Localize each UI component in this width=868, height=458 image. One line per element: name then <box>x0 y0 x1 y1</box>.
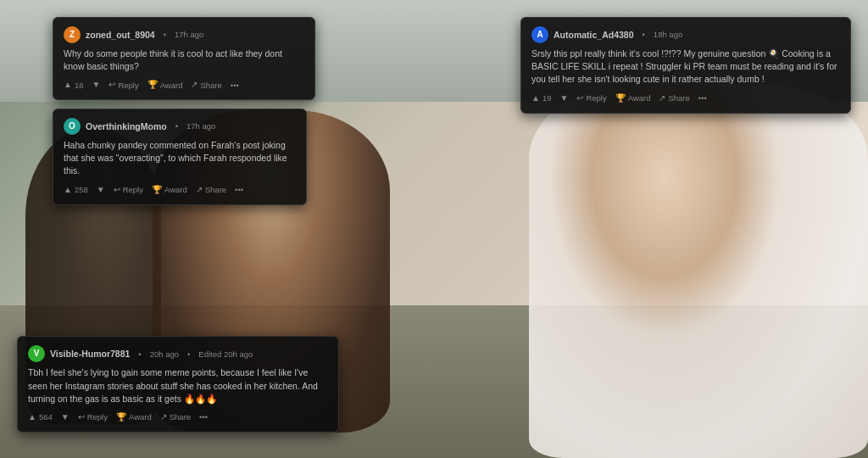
upvote-icon: ▲ <box>28 411 36 423</box>
award-action[interactable]: 🏆 Award <box>116 411 152 423</box>
share-action[interactable]: ↗ Share <box>659 92 689 104</box>
timestamp: • <box>164 29 166 40</box>
reply-action[interactable]: ↩ Reply <box>576 92 606 104</box>
upvote-count: 258 <box>75 184 88 195</box>
reply-icon: ↩ <box>114 184 120 196</box>
upvote-action[interactable]: ▲ 16 <box>64 79 83 91</box>
comment-actions: ▲ 16 ▼ ↩ Reply 🏆 Award ↗ Share ••• <box>64 79 304 91</box>
more-icon[interactable]: ••• <box>235 184 243 195</box>
comment-body: Why do some people think it is cool to a… <box>64 47 304 73</box>
downvote-icon[interactable]: ▼ <box>97 184 105 196</box>
award-label: Award <box>164 184 187 195</box>
reply-icon: ↩ <box>576 92 583 104</box>
comment-body: Srsly this ppl really think it's cool !?… <box>531 47 840 87</box>
timestamp-value: 20h ago <box>150 349 179 360</box>
share-action[interactable]: ↗ Share <box>191 79 221 91</box>
timestamp: • <box>175 120 178 131</box>
share-label: Share <box>668 92 689 103</box>
avatar: Z <box>64 26 81 43</box>
reply-label: Reply <box>87 411 108 422</box>
award-label: Award <box>129 411 152 422</box>
avatar: O <box>64 118 81 135</box>
more-icon[interactable]: ••• <box>231 80 239 91</box>
award-action[interactable]: 🏆 Award <box>615 92 651 104</box>
upvote-icon: ▲ <box>64 184 72 196</box>
reply-label: Reply <box>118 80 138 91</box>
reply-action[interactable]: ↩ Reply <box>108 79 138 91</box>
comment-actions: ▲ 258 ▼ ↩ Reply 🏆 Award ↗ Share ••• <box>64 184 296 196</box>
more-icon[interactable]: ••• <box>199 411 208 422</box>
edited-label: • <box>187 349 190 360</box>
award-icon: 🏆 <box>116 411 126 423</box>
timestamp-value: 17h ago <box>175 29 203 40</box>
share-icon: ↗ <box>659 92 665 104</box>
timestamp-value: 18h ago <box>654 29 682 40</box>
upvote-count: 16 <box>75 80 84 91</box>
comment-body: Haha chunky pandey commented on Farah's … <box>64 139 296 178</box>
share-label: Share <box>205 184 226 195</box>
username: Automatic_Ad4380 <box>554 29 634 42</box>
more-icon[interactable]: ••• <box>698 92 707 103</box>
upvote-count: 19 <box>542 92 552 103</box>
reply-action[interactable]: ↩ Reply <box>78 411 108 423</box>
award-action[interactable]: 🏆 Award <box>147 79 183 91</box>
timestamp: • <box>138 349 141 360</box>
upvote-count: 564 <box>39 411 53 422</box>
share-label: Share <box>200 80 221 91</box>
award-label: Award <box>160 80 183 91</box>
award-icon: 🏆 <box>615 92 626 104</box>
username: zoned_out_8904 <box>86 29 155 42</box>
upvote-action[interactable]: ▲ 19 <box>531 92 551 104</box>
comment-actions: ▲ 564 ▼ ↩ Reply 🏆 Award ↗ Share ••• <box>28 411 328 423</box>
timestamp: • <box>643 29 645 40</box>
comment-actions: ▲ 19 ▼ ↩ Reply 🏆 Award ↗ Share ••• <box>531 92 840 104</box>
upvote-action[interactable]: ▲ 258 <box>64 184 88 196</box>
reply-label: Reply <box>586 92 606 103</box>
reply-action[interactable]: ↩ Reply <box>114 184 143 196</box>
downvote-icon[interactable]: ▼ <box>61 411 70 423</box>
avatar: V <box>28 345 45 362</box>
comment-card-bottom-left: V Visible-Humor7881 • 20h ago • Edited 2… <box>17 336 339 433</box>
award-icon: 🏆 <box>152 184 162 196</box>
username: OverthinkingMomo <box>86 120 167 133</box>
comment-body: Tbh I feel she's lying to gain some meme… <box>28 366 328 405</box>
share-action[interactable]: ↗ Share <box>160 411 191 423</box>
reply-icon: ↩ <box>78 411 85 423</box>
award-label: Award <box>628 92 651 103</box>
share-icon: ↗ <box>160 411 167 423</box>
downvote-icon[interactable]: ▼ <box>559 92 568 104</box>
reply-icon: ↩ <box>108 79 115 91</box>
share-label: Share <box>170 411 191 422</box>
upvote-action[interactable]: ▲ 564 <box>28 411 53 423</box>
timestamp-value: 17h ago <box>186 120 215 131</box>
comment-header: Z zoned_out_8904 • 17h ago <box>64 26 304 43</box>
share-icon: ↗ <box>191 79 198 91</box>
comment-card-top-left: Z zoned_out_8904 • 17h ago Why do some p… <box>53 17 315 100</box>
avatar: A <box>531 26 548 43</box>
award-action[interactable]: 🏆 Award <box>152 184 187 196</box>
upvote-icon: ▲ <box>64 79 72 91</box>
comment-card-middle-left: O OverthinkingMomo • 17h ago Haha chunky… <box>53 109 307 205</box>
share-action[interactable]: ↗ Share <box>196 184 226 196</box>
share-icon: ↗ <box>196 184 203 196</box>
username: Visible-Humor7881 <box>50 348 130 360</box>
upvote-icon: ▲ <box>531 92 540 104</box>
comment-header: O OverthinkingMomo • 17h ago <box>64 118 296 135</box>
downvote-icon[interactable]: ▼ <box>92 79 100 91</box>
edited-value: Edited 20h ago <box>198 349 253 360</box>
reply-label: Reply <box>123 184 143 195</box>
award-icon: 🏆 <box>147 79 158 91</box>
comment-card-top-right: A Automatic_Ad4380 • 18h ago Srsly this … <box>520 17 851 114</box>
comment-header: V Visible-Humor7881 • 20h ago • Edited 2… <box>28 345 328 362</box>
comment-header: A Automatic_Ad4380 • 18h ago <box>531 26 840 43</box>
person-right <box>529 85 868 458</box>
